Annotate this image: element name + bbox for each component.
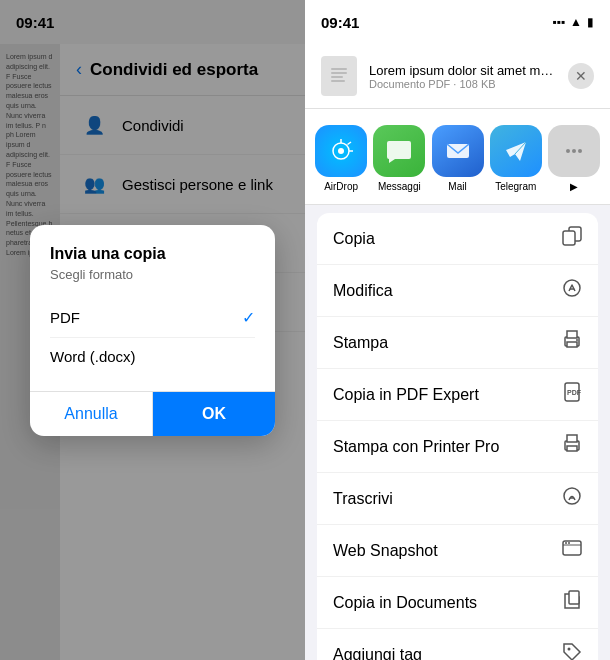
modal-dialog: Invia una copia Scegli formato PDF ✓ Wor… bbox=[30, 225, 275, 436]
modal-option-pdf[interactable]: PDF ✓ bbox=[50, 298, 255, 338]
tag-icon bbox=[562, 642, 582, 660]
doc-thumbnail bbox=[321, 56, 357, 96]
share-actions-group: Copia Modifica bbox=[317, 213, 598, 660]
action-label: Trascrivi bbox=[333, 490, 393, 508]
svg-rect-16 bbox=[563, 231, 575, 245]
pdf-check-icon: ✓ bbox=[242, 308, 255, 327]
mail-app-icon[interactable]: Mail bbox=[429, 125, 485, 192]
more-icon bbox=[548, 125, 600, 177]
action-aggiungi-tag[interactable]: Aggiungi tag bbox=[317, 629, 598, 660]
airdrop-label: AirDrop bbox=[324, 181, 358, 192]
action-label: Copia in PDF Expert bbox=[333, 386, 479, 404]
svg-point-35 bbox=[568, 648, 571, 651]
doc-info: Lorem ipsum dolor sit amet multipag... D… bbox=[369, 63, 556, 90]
modal-option-word-label: Word (.docx) bbox=[50, 348, 136, 365]
svg-rect-21 bbox=[567, 342, 577, 347]
mail-icon bbox=[432, 125, 484, 177]
svg-point-6 bbox=[338, 148, 344, 154]
action-trascrivi[interactable]: Trascrivi bbox=[317, 473, 598, 525]
action-web-snapshot[interactable]: Web Snapshot bbox=[317, 525, 598, 577]
action-label: Copia in Documents bbox=[333, 594, 477, 612]
battery-icon: ▮ bbox=[587, 15, 594, 29]
action-label: Modifica bbox=[333, 282, 393, 300]
action-label: Copia bbox=[333, 230, 375, 248]
action-stampa[interactable]: Stampa bbox=[317, 317, 598, 369]
svg-point-17 bbox=[564, 280, 580, 296]
right-time: 09:41 bbox=[321, 14, 359, 31]
messages-icon bbox=[373, 125, 425, 177]
svg-rect-3 bbox=[331, 76, 343, 78]
close-button[interactable]: ✕ bbox=[568, 63, 594, 89]
svg-point-13 bbox=[572, 149, 576, 153]
cancel-button[interactable]: Annulla bbox=[30, 392, 153, 436]
documents-icon bbox=[562, 590, 582, 615]
svg-rect-26 bbox=[567, 435, 577, 442]
action-copia[interactable]: Copia bbox=[317, 213, 598, 265]
messages-label: Messaggi bbox=[378, 181, 421, 192]
wifi-icon: ▲ bbox=[570, 15, 582, 29]
svg-rect-27 bbox=[567, 446, 577, 451]
edit-icon bbox=[562, 278, 582, 303]
share-actions-list: Copia Modifica bbox=[305, 205, 610, 660]
modal-option-pdf-label: PDF bbox=[50, 309, 80, 326]
status-icons: ▪▪▪ ▲ ▮ bbox=[552, 15, 594, 29]
telegram-app-icon[interactable]: Telegram bbox=[488, 125, 544, 192]
svg-point-12 bbox=[566, 149, 570, 153]
telegram-icon bbox=[490, 125, 542, 177]
svg-point-22 bbox=[576, 339, 578, 341]
more-label: ▶ bbox=[570, 181, 578, 192]
right-panel: 09:41 ▪▪▪ ▲ ▮ Lorem ipsum dolor sit amet… bbox=[305, 0, 610, 660]
svg-rect-4 bbox=[331, 80, 345, 82]
ok-button[interactable]: OK bbox=[153, 392, 275, 436]
svg-point-33 bbox=[568, 542, 570, 544]
airdrop-icon bbox=[315, 125, 367, 177]
print-icon bbox=[562, 330, 582, 355]
telegram-label: Telegram bbox=[495, 181, 536, 192]
copy-icon bbox=[562, 226, 582, 251]
action-pdf-expert[interactable]: Copia in PDF Expert PDF bbox=[317, 369, 598, 421]
svg-rect-1 bbox=[331, 68, 347, 70]
svg-point-32 bbox=[565, 542, 567, 544]
action-label: Stampa bbox=[333, 334, 388, 352]
modal-subtitle: Scegli formato bbox=[50, 267, 255, 282]
action-label: Web Snapshot bbox=[333, 542, 438, 560]
right-status-bar: 09:41 ▪▪▪ ▲ ▮ bbox=[305, 0, 610, 44]
modal-overlay: Invia una copia Scegli formato PDF ✓ Wor… bbox=[0, 0, 305, 660]
airdrop-app-icon[interactable]: AirDrop bbox=[313, 125, 369, 192]
action-label: Aggiungi tag bbox=[333, 646, 422, 661]
svg-text:PDF: PDF bbox=[567, 389, 582, 396]
svg-rect-20 bbox=[567, 331, 577, 338]
modal-buttons: Annulla OK bbox=[30, 391, 275, 436]
transcribe-icon bbox=[562, 486, 582, 511]
svg-line-8 bbox=[348, 142, 352, 145]
action-label: Stampa con Printer Pro bbox=[333, 438, 499, 456]
modal-title: Invia una copia bbox=[50, 245, 255, 263]
doc-meta: Documento PDF · 108 KB bbox=[369, 78, 556, 90]
sheet-header: Lorem ipsum dolor sit amet multipag... D… bbox=[305, 44, 610, 109]
svg-rect-34 bbox=[569, 591, 579, 604]
action-printer-pro[interactable]: Stampa con Printer Pro bbox=[317, 421, 598, 473]
more-app-icon[interactable]: ▶ bbox=[546, 125, 602, 192]
svg-point-14 bbox=[578, 149, 582, 153]
action-documents[interactable]: Copia in Documents bbox=[317, 577, 598, 629]
pdf-expert-icon: PDF bbox=[562, 382, 582, 407]
modal-body: Invia una copia Scegli formato PDF ✓ Wor… bbox=[30, 225, 275, 391]
action-modifica[interactable]: Modifica bbox=[317, 265, 598, 317]
svg-rect-2 bbox=[331, 72, 347, 74]
web-snapshot-icon bbox=[562, 538, 582, 563]
messages-app-icon[interactable]: Messaggi bbox=[371, 125, 427, 192]
signal-icon: ▪▪▪ bbox=[552, 15, 565, 29]
modal-option-word[interactable]: Word (.docx) bbox=[50, 338, 255, 375]
doc-title: Lorem ipsum dolor sit amet multipag... bbox=[369, 63, 556, 78]
mail-label: Mail bbox=[448, 181, 466, 192]
printer-pro-icon bbox=[562, 434, 582, 459]
app-icons-row: AirDrop Messaggi Mail bbox=[305, 109, 610, 205]
